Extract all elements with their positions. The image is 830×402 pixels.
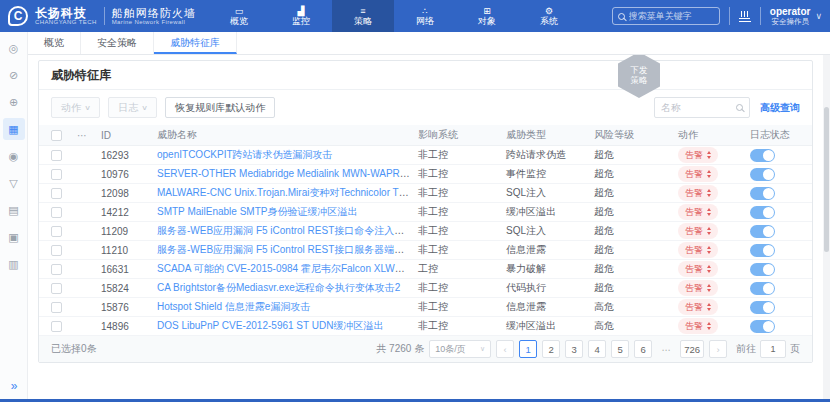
advanced-query-link[interactable]: 高级查询 (760, 101, 800, 115)
log-status-toggle[interactable] (750, 187, 775, 200)
log-status-toggle[interactable] (750, 263, 775, 276)
action-select[interactable]: 告警 (678, 299, 718, 315)
tab-threat-signatures[interactable]: 威胁特征库 (154, 32, 237, 54)
log-status-toggle[interactable] (750, 168, 775, 181)
nav-item-network[interactable]: ∴ 网络 (394, 0, 456, 32)
row-checkbox[interactable] (51, 169, 62, 180)
log-status-toggle[interactable] (750, 149, 775, 162)
nav-item-objects[interactable]: ⊞ 对象 (456, 0, 518, 32)
prev-page-button[interactable]: ‹ (496, 340, 514, 358)
log-status-toggle[interactable] (750, 301, 775, 314)
column-config-icon[interactable]: ⋯ (69, 130, 93, 141)
action-select[interactable]: 告警 (678, 147, 718, 163)
log-status-toggle[interactable] (750, 206, 775, 219)
nav-icon: ≡ (360, 6, 365, 16)
row-checkbox[interactable] (51, 245, 62, 256)
sidebar-icon-diagnose[interactable]: ⊘ (3, 64, 25, 86)
sidebar-icon-network[interactable]: ⊕ (3, 91, 25, 113)
select-all-checkbox[interactable] (51, 130, 62, 141)
row-checkbox[interactable] (51, 207, 62, 218)
goto-page-input[interactable] (760, 340, 786, 358)
nav-item-policy[interactable]: ≡ 策略 (332, 0, 394, 32)
row-checkbox[interactable] (51, 226, 62, 237)
action-select[interactable]: 告警 (678, 185, 718, 201)
name-search-box[interactable] (654, 97, 750, 118)
page-number-button[interactable]: 6 (634, 340, 652, 358)
tab-label: 概览 (44, 37, 64, 48)
sidebar-icon-card[interactable]: ▥ (3, 253, 25, 275)
threat-type: 信息泄露 (498, 243, 586, 257)
nav-item-system[interactable]: ⚙ 系统 (518, 0, 580, 32)
row-checkbox[interactable] (51, 302, 62, 313)
page-number-button[interactable]: ⋯ (657, 340, 675, 358)
action-select[interactable]: 告警 (678, 166, 718, 182)
main-content: 下发 策略 威胁特征库 动作 ∨ 日志 ∨ 恢复规则库默认动作 高级查询 (28, 55, 823, 399)
page-number-button[interactable]: 3 (565, 340, 583, 358)
sidebar-icon-server[interactable]: ▤ (3, 199, 25, 221)
threat-name-link[interactable]: 服务器-WEB应用漏洞 F5 iControl REST接口服务器端请求伪造(S… (157, 244, 410, 255)
sidebar-icon-library[interactable]: ▣ (3, 226, 25, 248)
threat-name-link[interactable]: SERVER-OTHER Mediabridge Medialink MWN-W… (157, 168, 410, 179)
threat-name-link[interactable]: openITCOCKPIT跨站请求伪造漏洞攻击 (157, 149, 333, 160)
action-label: 告警 (685, 301, 703, 314)
log-status-toggle[interactable] (750, 282, 775, 295)
next-page-button[interactable]: › (709, 340, 727, 358)
log-dropdown-button[interactable]: 日志 ∨ (108, 97, 157, 118)
log-status-toggle[interactable] (750, 225, 775, 238)
threat-name-link[interactable]: DOS LibuPnP CVE-2012-5961 ST UDN缓冲区溢出 (157, 320, 383, 331)
action-select[interactable]: 告警 (678, 280, 718, 296)
search-icon (618, 13, 625, 20)
page-number-button[interactable]: 4 (588, 340, 606, 358)
menu-search-box[interactable] (612, 7, 720, 25)
action-dropdown-button[interactable]: 动作 ∨ (51, 97, 100, 118)
sidebar-icon-overview[interactable]: ◎ (3, 37, 25, 59)
threat-name-link[interactable]: CA Brightstor备份Mediasvr.exe远程命令执行变体攻击2 (157, 282, 400, 293)
tab-security-policy[interactable]: 安全策略 (81, 32, 154, 54)
affected-system: 非工控 (410, 205, 498, 219)
threat-name-link[interactable]: 服务器-WEB应用漏洞 F5 iControl REST接口命令注入尝试 (157, 225, 410, 236)
action-select[interactable]: 告警 (678, 204, 718, 220)
page-size-select[interactable]: 10条/页 ∨ (429, 340, 491, 358)
log-status-toggle[interactable] (750, 320, 775, 333)
sidebar-icon-shield[interactable]: ▽ (3, 172, 25, 194)
affected-system: 非工控 (410, 281, 498, 295)
tab-overview[interactable]: 概览 (28, 32, 81, 54)
action-select[interactable]: 告警 (678, 223, 718, 239)
threat-name-link[interactable]: MALWARE-CNC Unix.Trojan.Mirai变种对Technico… (157, 187, 410, 198)
threat-name-link[interactable]: Hotspot Shield 信息泄露e漏洞攻击 (157, 301, 310, 312)
page-number-button[interactable]: 726 (680, 340, 704, 358)
user-menu[interactable]: operator 安全操作员 ∨ (770, 6, 822, 26)
action-dropdown-label: 动作 (61, 101, 81, 115)
sidebar-icon-modules[interactable]: ▦ (3, 118, 25, 140)
threat-name-link[interactable]: SCADA 可能的 CVE-2015-0984 霍尼韦尔Falcon XLWEB… (157, 263, 410, 274)
action-select[interactable]: 告警 (678, 261, 718, 277)
risk-level: 超危 (586, 262, 670, 276)
menu-search-input[interactable] (629, 11, 714, 21)
row-checkbox[interactable] (51, 150, 62, 161)
scrollbar-thumb[interactable] (824, 107, 829, 252)
row-checkbox[interactable] (51, 283, 62, 294)
nav-item-monitor[interactable]: ▟ 监控 (270, 0, 332, 32)
risk-level: 超危 (586, 205, 670, 219)
服务器-WEB应用漏洞 F5 iControl REST接口服务器端请求伪造(SSRF)尝试: 11210 服务器-WEB应用漏洞 F5 iControl REST接口服务器端… (39, 241, 812, 260)
nav-item-overview[interactable]: ▭ 概览 (208, 0, 270, 32)
sidebar-icon-scan[interactable]: ◉ (3, 145, 25, 167)
row-checkbox[interactable] (51, 264, 62, 275)
action-select[interactable]: 告警 (678, 242, 718, 258)
page-number-button[interactable]: 5 (611, 340, 629, 358)
log-status-toggle[interactable] (750, 244, 775, 257)
row-checkbox[interactable] (51, 321, 62, 332)
screen-quick-link-icon[interactable] (739, 10, 751, 22)
threat-name-link[interactable]: SMTP MailEnable SMTP身份验证缓冲区溢出 (157, 206, 357, 217)
action-select[interactable]: 告警 (678, 318, 718, 334)
threat-id: 11209 (93, 226, 149, 237)
caret-updown-icon (707, 265, 711, 273)
name-search-input[interactable] (661, 102, 732, 113)
restore-defaults-button[interactable]: 恢复规则库默认动作 (165, 97, 275, 118)
row-checkbox[interactable] (51, 188, 62, 199)
caret-down-icon: ∨ (480, 345, 485, 353)
page-number-button[interactable]: 2 (542, 340, 560, 358)
restore-defaults-label: 恢复规则库默认动作 (175, 101, 265, 115)
sidebar-collapse-icon[interactable]: » (0, 379, 28, 393)
page-number-button[interactable]: 1 (519, 340, 537, 358)
